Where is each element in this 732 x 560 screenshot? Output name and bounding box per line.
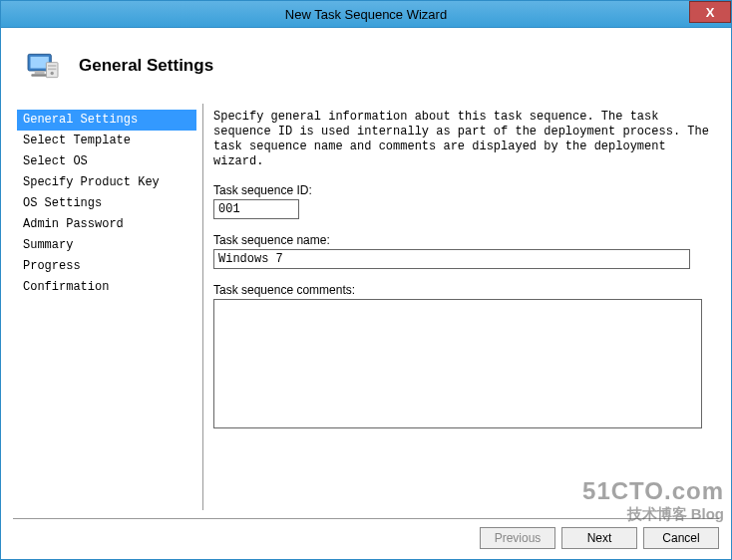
window-title: New Task Sequence Wizard — [285, 7, 447, 22]
sidebar-item-select-template[interactable]: Select Template — [17, 131, 196, 151]
task-sequence-comments-input[interactable] — [213, 299, 702, 428]
task-sequence-name-input[interactable] — [213, 249, 690, 269]
svg-rect-5 — [48, 65, 56, 67]
footer: Previous Next Cancel — [13, 518, 719, 549]
header: General Settings — [13, 42, 719, 104]
sidebar-item-general-settings[interactable]: General Settings — [17, 110, 196, 131]
next-button[interactable]: Next — [561, 527, 637, 549]
sidebar-item-admin-password[interactable]: Admin Password — [17, 214, 196, 235]
previous-button[interactable]: Previous — [480, 527, 555, 549]
divider — [202, 104, 203, 510]
svg-point-7 — [51, 72, 54, 75]
task-sequence-name-label: Task sequence name: — [213, 233, 713, 247]
sidebar-item-progress[interactable]: Progress — [17, 256, 196, 277]
sidebar-item-specify-product-key[interactable]: Specify Product Key — [17, 172, 196, 193]
main-panel: Specify general information about this t… — [213, 104, 719, 510]
computer-icon — [23, 46, 63, 86]
sidebar-item-os-settings[interactable]: OS Settings — [17, 193, 196, 214]
window-body: General Settings General Settings Select… — [0, 28, 732, 560]
close-button[interactable]: X — [689, 1, 731, 23]
cancel-button[interactable]: Cancel — [643, 527, 719, 549]
sidebar: General Settings Select Template Select … — [13, 104, 202, 510]
description-text: Specify general information about this t… — [213, 110, 713, 169]
task-sequence-comments-label: Task sequence comments: — [213, 283, 713, 297]
sidebar-item-confirmation[interactable]: Confirmation — [17, 277, 196, 298]
content: General Settings Select Template Select … — [13, 104, 719, 510]
svg-rect-6 — [48, 69, 56, 71]
task-sequence-id-label: Task sequence ID: — [213, 183, 713, 197]
close-icon: X — [706, 5, 715, 20]
sidebar-item-summary[interactable]: Summary — [17, 235, 196, 256]
svg-rect-2 — [35, 71, 45, 74]
page-title: General Settings — [79, 56, 213, 76]
svg-rect-3 — [31, 74, 48, 77]
sidebar-item-select-os[interactable]: Select OS — [17, 151, 196, 172]
titlebar: New Task Sequence Wizard X — [0, 0, 732, 28]
task-sequence-id-input[interactable] — [213, 199, 299, 219]
